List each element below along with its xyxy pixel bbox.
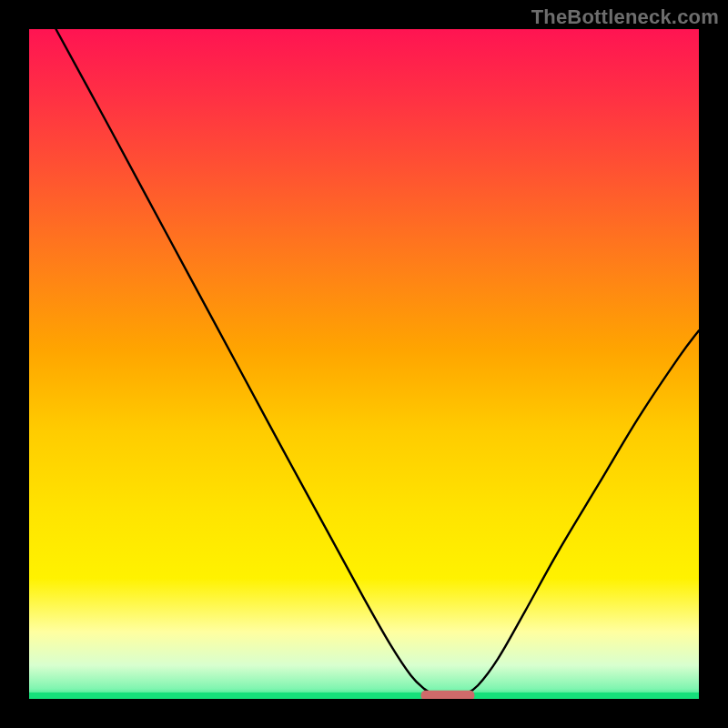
chart-svg [29, 29, 699, 699]
green-baseline-band [29, 693, 699, 699]
optimum-marker [421, 691, 475, 699]
watermark-label: TheBottleneck.com [531, 5, 719, 29]
plot-area [29, 29, 699, 699]
chart-frame: TheBottleneck.com [0, 0, 728, 728]
